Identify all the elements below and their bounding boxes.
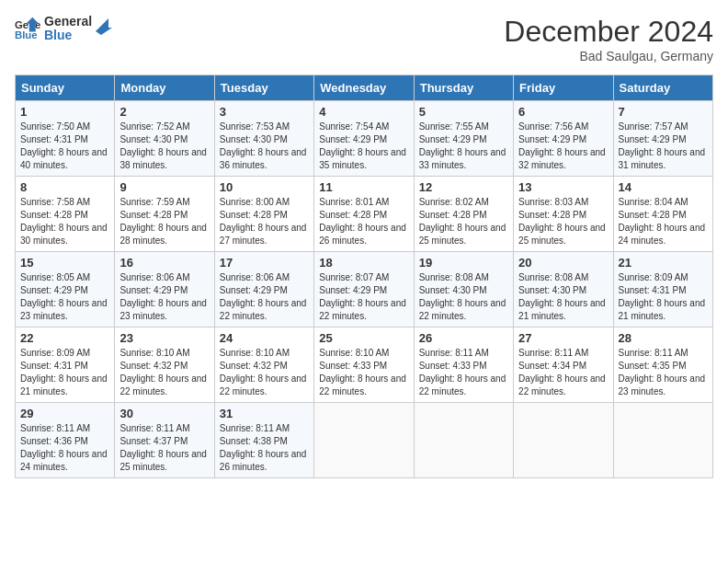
location-subtitle: Bad Saulgau, Germany (504, 49, 713, 63)
day-number: 20 (518, 256, 608, 270)
calendar-cell: 27 Sunrise: 8:11 AMSunset: 4:34 PMDaylig… (514, 327, 613, 403)
day-detail: Sunrise: 8:10 AMSunset: 4:33 PMDaylight:… (319, 347, 408, 398)
day-number: 30 (119, 407, 209, 420)
day-detail: Sunrise: 7:52 AMSunset: 4:30 PMDaylight:… (119, 121, 209, 172)
day-detail: Sunrise: 8:11 AMSunset: 4:33 PMDaylight:… (419, 347, 508, 398)
day-detail: Sunrise: 8:08 AMSunset: 4:30 PMDaylight:… (518, 271, 608, 323)
day-detail: Sunrise: 8:11 AMSunset: 4:35 PMDaylight:… (619, 347, 708, 398)
day-number: 17 (220, 256, 309, 270)
day-detail: Sunrise: 7:54 AMSunset: 4:29 PMDaylight:… (319, 121, 408, 172)
logo-blue: Blue (44, 29, 92, 42)
calendar-cell: 1 Sunrise: 7:50 AMSunset: 4:31 PMDayligh… (16, 101, 115, 177)
day-number: 5 (419, 105, 508, 119)
calendar-cell (514, 403, 613, 478)
day-number: 27 (518, 331, 608, 345)
day-detail: Sunrise: 7:59 AMSunset: 4:28 PMDaylight:… (119, 196, 209, 247)
day-number: 1 (20, 105, 109, 119)
weekday-header-tuesday: Tuesday (214, 75, 313, 101)
day-detail: Sunrise: 8:10 AMSunset: 4:32 PMDaylight:… (220, 347, 309, 398)
calendar-cell: 8 Sunrise: 7:58 AMSunset: 4:28 PMDayligh… (16, 177, 115, 252)
day-detail: Sunrise: 8:09 AMSunset: 4:31 PMDaylight:… (20, 347, 109, 398)
week-row-3: 15 Sunrise: 8:05 AMSunset: 4:29 PMDaylig… (16, 252, 713, 327)
calendar-cell: 26 Sunrise: 8:11 AMSunset: 4:33 PMDaylig… (414, 327, 513, 403)
day-detail: Sunrise: 8:09 AMSunset: 4:31 PMDaylight:… (619, 271, 708, 323)
day-number: 31 (220, 407, 309, 420)
calendar-cell: 28 Sunrise: 8:11 AMSunset: 4:35 PMDaylig… (613, 327, 712, 403)
calendar-cell: 11 Sunrise: 8:01 AMSunset: 4:28 PMDaylig… (314, 177, 414, 252)
day-detail: Sunrise: 8:11 AMSunset: 4:38 PMDaylight:… (220, 422, 309, 474)
svg-marker-3 (96, 18, 112, 35)
calendar-cell (414, 403, 513, 478)
day-detail: Sunrise: 8:08 AMSunset: 4:30 PMDaylight:… (419, 271, 508, 323)
calendar-cell: 17 Sunrise: 8:06 AMSunset: 4:29 PMDaylig… (214, 252, 313, 327)
day-number: 2 (119, 105, 209, 119)
day-number: 28 (619, 331, 708, 345)
calendar-cell: 12 Sunrise: 8:02 AMSunset: 4:28 PMDaylig… (414, 177, 513, 252)
weekday-header-friday: Friday (514, 75, 613, 101)
day-number: 7 (619, 105, 708, 119)
day-number: 14 (619, 180, 708, 194)
day-number: 13 (518, 180, 608, 194)
calendar-cell: 21 Sunrise: 8:09 AMSunset: 4:31 PMDaylig… (613, 252, 712, 327)
calendar-cell: 19 Sunrise: 8:08 AMSunset: 4:30 PMDaylig… (414, 252, 513, 327)
weekday-header-saturday: Saturday (613, 75, 712, 101)
day-detail: Sunrise: 8:07 AMSunset: 4:29 PMDaylight:… (319, 271, 408, 323)
calendar-cell: 20 Sunrise: 8:08 AMSunset: 4:30 PMDaylig… (514, 252, 613, 327)
weekday-header-row: SundayMondayTuesdayWednesdayThursdayFrid… (16, 75, 713, 101)
calendar-cell: 29 Sunrise: 8:11 AMSunset: 4:36 PMDaylig… (16, 403, 115, 478)
day-number: 10 (220, 180, 309, 194)
calendar-cell: 6 Sunrise: 7:56 AMSunset: 4:29 PMDayligh… (514, 101, 613, 177)
calendar-cell: 24 Sunrise: 8:10 AMSunset: 4:32 PMDaylig… (214, 327, 313, 403)
weekday-header-thursday: Thursday (414, 75, 513, 101)
day-detail: Sunrise: 7:58 AMSunset: 4:28 PMDaylight:… (20, 196, 109, 247)
day-detail: Sunrise: 7:50 AMSunset: 4:31 PMDaylight:… (20, 121, 109, 172)
calendar-cell (613, 403, 712, 478)
month-title: December 2024 (504, 15, 713, 49)
day-number: 29 (20, 407, 109, 420)
day-number: 24 (220, 331, 309, 345)
calendar-cell: 7 Sunrise: 7:57 AMSunset: 4:29 PMDayligh… (613, 101, 712, 177)
calendar-cell: 4 Sunrise: 7:54 AMSunset: 4:29 PMDayligh… (314, 101, 414, 177)
weekday-header-wednesday: Wednesday (314, 75, 414, 101)
calendar-cell: 22 Sunrise: 8:09 AMSunset: 4:31 PMDaylig… (16, 327, 115, 403)
day-detail: Sunrise: 8:03 AMSunset: 4:28 PMDaylight:… (518, 196, 608, 247)
day-number: 15 (20, 256, 109, 270)
calendar-cell: 2 Sunrise: 7:52 AMSunset: 4:30 PMDayligh… (115, 101, 214, 177)
calendar-cell: 3 Sunrise: 7:53 AMSunset: 4:30 PMDayligh… (214, 101, 313, 177)
day-number: 22 (20, 331, 109, 345)
day-number: 16 (119, 256, 209, 270)
calendar-cell: 10 Sunrise: 8:00 AMSunset: 4:28 PMDaylig… (214, 177, 313, 252)
day-number: 11 (319, 180, 408, 194)
day-detail: Sunrise: 7:56 AMSunset: 4:29 PMDaylight:… (518, 121, 608, 172)
week-row-1: 1 Sunrise: 7:50 AMSunset: 4:31 PMDayligh… (16, 101, 713, 177)
calendar-table: SundayMondayTuesdayWednesdayThursdayFrid… (15, 75, 713, 478)
day-detail: Sunrise: 8:04 AMSunset: 4:28 PMDaylight:… (619, 196, 708, 247)
day-number: 19 (419, 256, 508, 270)
day-number: 12 (419, 180, 508, 194)
day-detail: Sunrise: 8:01 AMSunset: 4:28 PMDaylight:… (319, 196, 408, 247)
week-row-4: 22 Sunrise: 8:09 AMSunset: 4:31 PMDaylig… (16, 327, 713, 403)
day-detail: Sunrise: 8:06 AMSunset: 4:29 PMDaylight:… (220, 271, 309, 323)
day-detail: Sunrise: 8:10 AMSunset: 4:32 PMDaylight:… (119, 347, 209, 398)
weekday-header-monday: Monday (115, 75, 214, 101)
day-number: 9 (119, 180, 209, 194)
day-detail: Sunrise: 8:11 AMSunset: 4:36 PMDaylight:… (20, 422, 109, 474)
day-detail: Sunrise: 8:00 AMSunset: 4:28 PMDaylight:… (220, 196, 309, 247)
logo-icon: General Blue (15, 16, 40, 41)
title-block: December 2024 Bad Saulgau, Germany (504, 15, 713, 63)
logo-general: General (44, 15, 92, 29)
calendar-cell: 14 Sunrise: 8:04 AMSunset: 4:28 PMDaylig… (613, 177, 712, 252)
calendar-cell: 31 Sunrise: 8:11 AMSunset: 4:38 PMDaylig… (214, 403, 313, 478)
day-number: 18 (319, 256, 408, 270)
day-detail: Sunrise: 8:05 AMSunset: 4:29 PMDaylight:… (20, 271, 109, 323)
calendar-cell: 9 Sunrise: 7:59 AMSunset: 4:28 PMDayligh… (115, 177, 214, 252)
day-detail: Sunrise: 8:11 AMSunset: 4:37 PMDaylight:… (119, 422, 209, 474)
weekday-header-sunday: Sunday (16, 75, 115, 101)
day-detail: Sunrise: 8:11 AMSunset: 4:34 PMDaylight:… (518, 347, 608, 398)
day-number: 8 (20, 180, 109, 194)
day-detail: Sunrise: 8:06 AMSunset: 4:29 PMDaylight:… (119, 271, 209, 323)
calendar-cell: 18 Sunrise: 8:07 AMSunset: 4:29 PMDaylig… (314, 252, 414, 327)
day-number: 4 (319, 105, 408, 119)
day-detail: Sunrise: 8:02 AMSunset: 4:28 PMDaylight:… (419, 196, 508, 247)
calendar-cell: 23 Sunrise: 8:10 AMSunset: 4:32 PMDaylig… (115, 327, 214, 403)
